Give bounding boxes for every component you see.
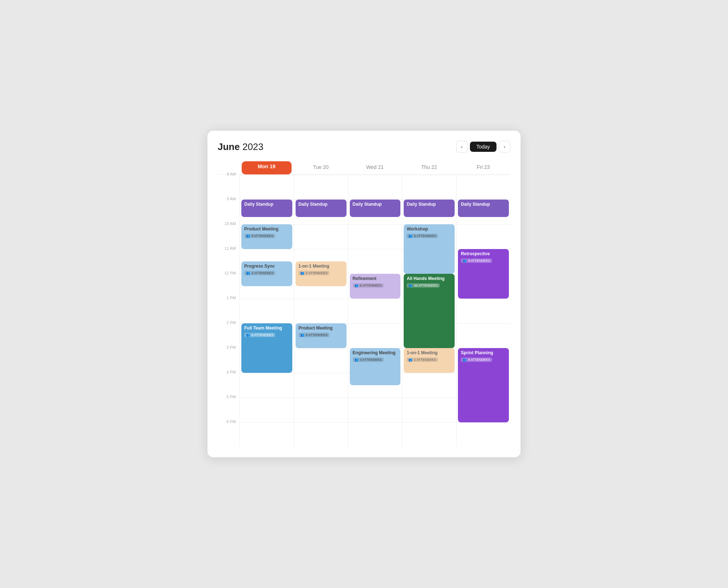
- time-12pm: 12 PM: [218, 274, 240, 299]
- month-label: June: [218, 141, 240, 152]
- calendar-container: June 2023 ‹ Today › Mon 19 Tue 20 Wed 21…: [207, 131, 521, 457]
- time-4pm: 4 PM: [218, 373, 240, 398]
- time-3pm: 3 PM: [218, 348, 240, 373]
- calendar-header: June 2023 ‹ Today ›: [218, 141, 510, 153]
- day-header-thu: Thu 22: [402, 161, 456, 174]
- day-header-mon: Mon 19: [242, 161, 292, 174]
- nav-controls: ‹ Today ›: [456, 141, 510, 153]
- friday-column: Daily Standup Retrospective 👥8 ATTENDEES…: [456, 175, 510, 447]
- day-headers-row: Mon 19 Tue 20 Wed 21 Thu 22 Fri 23: [218, 161, 510, 174]
- next-button[interactable]: ›: [499, 141, 510, 153]
- calendar-grid: Mon 19 Tue 20 Wed 21 Thu 22 Fri 23 8 AM …: [218, 161, 510, 447]
- event-thu-standup[interactable]: Daily Standup: [404, 200, 455, 217]
- time-grid: 8 AM 9 AM 10 AM 11 AM 12 PM 1 PM 2 PM 3 …: [218, 174, 510, 447]
- event-thu-workshop[interactable]: Workshop 👥6 ATTENDEES: [404, 224, 455, 274]
- day-header-fri: Fri 23: [456, 161, 510, 174]
- event-fri-sprint-planning[interactable]: Sprint Planning 👥8 ATTENDEES: [458, 348, 509, 422]
- time-column: 8 AM 9 AM 10 AM 11 AM 12 PM 1 PM 2 PM 3 …: [218, 175, 240, 447]
- calendar-title: June 2023: [218, 141, 264, 153]
- event-thu-all-hands[interactable]: All Hands Meeting 👥56 ATTENDEES: [404, 274, 455, 348]
- event-fri-retrospective[interactable]: Retrospective 👥8 ATTENDEES: [458, 249, 509, 299]
- time-6pm: 6 PM: [218, 422, 240, 447]
- event-mon-product-meeting[interactable]: Product Meeting 👥8 ATTENDEES: [241, 224, 292, 249]
- year-label: 2023: [242, 141, 264, 152]
- event-thu-1on1[interactable]: 1-on-1 Meeting 👥1 ATTENDEES: [404, 348, 455, 373]
- time-9am: 9 AM: [218, 200, 240, 224]
- day-header-tue: Tue 20: [294, 161, 348, 174]
- time-11am: 11 AM: [218, 249, 240, 274]
- time-10am: 10 AM: [218, 224, 240, 249]
- prev-button[interactable]: ‹: [456, 141, 468, 153]
- event-tue-standup[interactable]: Daily Standup: [296, 200, 347, 217]
- time-1pm: 1 PM: [218, 299, 240, 323]
- time-8am: 8 AM: [218, 175, 240, 200]
- wednesday-column: Daily Standup Refinement 👥6 ATTENDEES En…: [348, 175, 402, 447]
- event-mon-full-team[interactable]: Full Team Meeting 👥8 ATTENDEES: [241, 323, 292, 373]
- event-wed-standup[interactable]: Daily Standup: [350, 200, 401, 217]
- monday-column: Daily Standup Product Meeting 👥8 ATTENDE…: [240, 175, 294, 447]
- tuesday-column: Daily Standup 1-on-1 Meeting 👥5 ATTENDEE…: [294, 175, 348, 447]
- event-wed-refinement[interactable]: Refinement 👥6 ATTENDEES: [350, 274, 401, 299]
- event-wed-engineering[interactable]: Engineering Meeting 👥3 ATTENDEES: [350, 348, 401, 385]
- day-header-wed: Wed 21: [348, 161, 402, 174]
- event-mon-progress-sync[interactable]: Progress Sync 👥4 ATTENDEES: [241, 261, 292, 286]
- event-tue-1on1[interactable]: 1-on-1 Meeting 👥5 ATTENDEES: [296, 261, 347, 286]
- event-tue-product[interactable]: Product Meeting 👥8 ATTENDEES: [296, 323, 347, 348]
- time-2pm: 2 PM: [218, 323, 240, 348]
- event-fri-standup[interactable]: Daily Standup: [458, 200, 509, 217]
- today-button[interactable]: Today: [470, 142, 496, 152]
- time-5pm: 5 PM: [218, 398, 240, 422]
- event-mon-standup[interactable]: Daily Standup: [241, 200, 292, 217]
- thursday-column: Daily Standup Workshop 👥6 ATTENDEES All …: [402, 175, 456, 447]
